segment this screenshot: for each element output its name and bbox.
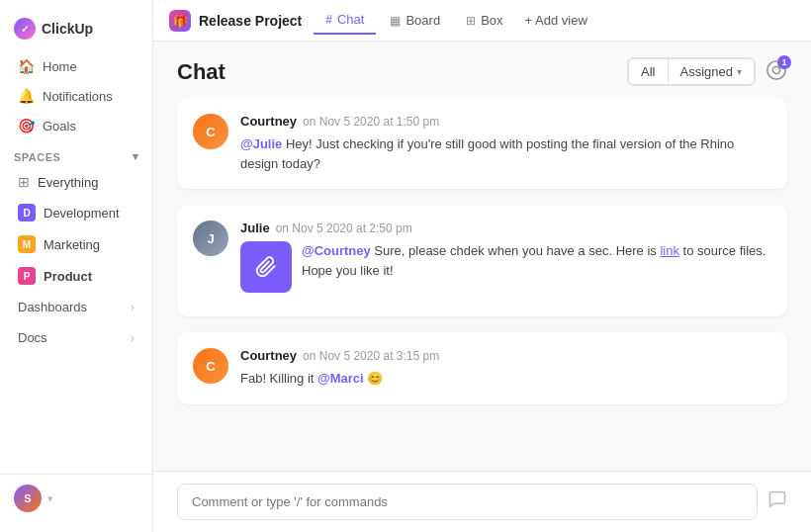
message-header: Courtney on Nov 5 2020 at 1:50 pm	[240, 114, 771, 129]
sidebar-item-label: Marketing	[44, 237, 100, 252]
paperclip-icon	[255, 256, 277, 278]
chat-content: Chat All Assigned ▾ 1	[153, 42, 811, 532]
sidebar-item-development[interactable]: D Development	[4, 198, 148, 227]
send-icon[interactable]	[767, 489, 787, 514]
space-dot-m: M	[18, 235, 36, 253]
tab-board[interactable]: ▦ Board	[378, 7, 452, 34]
sidebar-item-goals[interactable]: 🎯 Goals	[4, 112, 148, 139]
sidebar-item-dashboards[interactable]: Dashboards ›	[4, 293, 148, 321]
messages-area: C Courtney on Nov 5 2020 at 1:50 pm @Jul…	[153, 98, 811, 471]
attachment-icon	[240, 241, 292, 293]
app-logo[interactable]: ✓ ClickUp	[0, 10, 152, 51]
user-initial: S	[24, 492, 31, 504]
project-icon: 🎁	[169, 10, 191, 32]
hash-icon: #	[325, 13, 332, 27]
logo-icon: ✓	[14, 18, 36, 40]
user-avatar[interactable]: S	[14, 485, 42, 512]
message-timestamp: on Nov 5 2020 at 1:50 pm	[303, 115, 439, 129]
message-inline: @Courtney Sure, please chdek when you ha…	[240, 241, 771, 301]
home-icon: 🏠	[18, 58, 35, 74]
sidebar-item-product[interactable]: P Product	[4, 261, 148, 291]
assigned-label: Assigned	[680, 64, 733, 79]
sidebar: ✓ ClickUp 🏠 Home 🔔 Notifications 🎯 Goals…	[0, 0, 153, 532]
comment-input[interactable]	[177, 484, 758, 520]
add-view-button[interactable]: + Add view	[515, 7, 597, 34]
sidebar-item-notifications[interactable]: 🔔 Notifications	[4, 82, 148, 110]
mention: @Julie	[240, 136, 282, 151]
sidebar-item-marketing[interactable]: M Marketing	[4, 229, 148, 259]
box-icon: ⊞	[466, 14, 476, 28]
table-row: J Julie on Nov 5 2020 at 2:50 pm @	[177, 205, 787, 316]
chevron-right-icon: ›	[131, 331, 135, 345]
mention: @Courtney	[302, 243, 371, 258]
sidebar-item-label: Product	[44, 269, 92, 284]
avatar: C	[193, 114, 228, 149]
chevron-down-icon: ▾	[737, 66, 742, 77]
message-text: @Courtney Sure, please chdek when you ha…	[302, 241, 771, 280]
chat-title: Chat	[177, 59, 225, 85]
filter-group: All Assigned ▾	[627, 57, 756, 86]
message-timestamp: on Nov 5 2020 at 2:50 pm	[276, 222, 412, 235]
message-header: Julie on Nov 5 2020 at 2:50 pm	[240, 221, 771, 235]
spaces-section-header: Spaces ▾	[0, 140, 152, 167]
filter-all-button[interactable]: All	[628, 58, 668, 85]
dashboards-label: Dashboards	[18, 300, 87, 314]
table-row: C Courtney on Nov 5 2020 at 3:15 pm Fab!…	[177, 332, 787, 404]
sidebar-item-everything[interactable]: ⊞ Everything	[4, 168, 148, 196]
notification-badge: 1	[777, 55, 791, 69]
main-panel: 🎁 Release Project # Chat ▦ Board ⊞ Box +…	[153, 0, 811, 532]
sidebar-footer: S ▾	[0, 474, 152, 522]
docs-label: Docs	[18, 330, 47, 345]
board-icon: ▦	[390, 14, 401, 28]
space-dot-p: P	[18, 267, 36, 285]
message-body: Courtney on Nov 5 2020 at 1:50 pm @Julie…	[240, 114, 771, 173]
logo-text: ClickUp	[42, 21, 93, 37]
sidebar-item-docs[interactable]: Docs ›	[4, 323, 148, 352]
tab-label: Chat	[337, 12, 364, 27]
mention: @Marci	[317, 371, 364, 386]
sidebar-item-label: Everything	[38, 175, 98, 190]
tab-chat[interactable]: # Chat	[314, 6, 376, 35]
chat-header-right: All Assigned ▾ 1	[627, 57, 787, 86]
filter-assigned-button[interactable]: Assigned ▾	[669, 58, 755, 85]
message-author: Courtney	[240, 114, 297, 129]
message-link[interactable]: link	[660, 243, 679, 258]
table-row: C Courtney on Nov 5 2020 at 1:50 pm @Jul…	[177, 98, 787, 189]
topbar-tabs: # Chat ▦ Board ⊞ Box	[314, 6, 514, 35]
topbar: 🎁 Release Project # Chat ▦ Board ⊞ Box +…	[153, 0, 811, 42]
sidebar-item-label: Notifications	[43, 89, 113, 104]
message-author: Courtney	[240, 348, 297, 363]
message-author: Julie	[240, 221, 270, 235]
tab-label: Board	[406, 13, 440, 28]
caret-icon[interactable]: ▾	[47, 492, 53, 505]
project-title: 🎁 Release Project	[169, 10, 302, 32]
notification-button[interactable]: 1	[766, 59, 787, 85]
message-text: @Julie Hey! Just checking if you're stil…	[240, 134, 771, 173]
message-body: Julie on Nov 5 2020 at 2:50 pm @Courtney…	[240, 221, 771, 301]
avatar: C	[193, 348, 228, 384]
project-name: Release Project	[199, 13, 302, 29]
tab-label: Box	[481, 13, 502, 28]
sidebar-item-home[interactable]: 🏠 Home	[4, 52, 148, 80]
space-dot-d: D	[18, 204, 36, 222]
tab-box[interactable]: ⊞ Box	[454, 7, 514, 34]
message-timestamp: on Nov 5 2020 at 3:15 pm	[303, 349, 439, 363]
message-body: Courtney on Nov 5 2020 at 3:15 pm Fab! K…	[240, 348, 771, 389]
sidebar-item-label: Goals	[43, 119, 76, 133]
sidebar-item-label: Home	[43, 59, 77, 74]
chevron-right-icon: ›	[131, 301, 135, 314]
avatar: J	[193, 221, 228, 256]
goals-icon: 🎯	[18, 118, 35, 133]
sidebar-item-label: Development	[44, 206, 120, 221]
message-text: Fab! Killing it @Marci 😊	[240, 369, 771, 389]
chevron-down-icon[interactable]: ▾	[133, 150, 139, 163]
add-view-label: + Add view	[525, 13, 587, 28]
chat-header: Chat All Assigned ▾ 1	[153, 42, 811, 98]
grid-icon: ⊞	[18, 174, 30, 190]
bell-icon: 🔔	[18, 88, 35, 104]
comment-box	[153, 471, 811, 532]
message-header: Courtney on Nov 5 2020 at 3:15 pm	[240, 348, 771, 363]
